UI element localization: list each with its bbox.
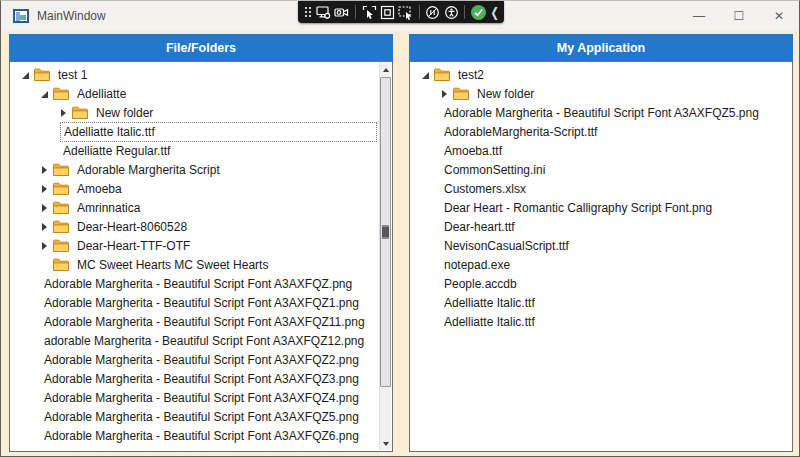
tree-item-label: Adorable Margherita - Beautiful Script F…	[41, 389, 362, 407]
tree-item-label: Dear-heart.ttf	[441, 218, 518, 236]
accessibility-circle-icon[interactable]	[442, 1, 460, 23]
my-application-panel: My Application test2New folderAdorable M…	[409, 34, 793, 452]
maximize-button[interactable]: ☐	[719, 1, 759, 31]
video-camera-icon[interactable]	[333, 1, 351, 23]
region-select-icon[interactable]	[378, 1, 396, 23]
tree-item[interactable]: MC Sweet Hearts MC Sweet Hearts	[11, 255, 377, 274]
tree-item[interactable]: Dear-Heart-TTF-OTF	[11, 236, 377, 255]
main-window: MainWindow — ☐ ✕	[0, 0, 800, 457]
tree-item[interactable]: New folder	[11, 103, 377, 122]
tree-item[interactable]: Adelliatte Regular.ttf	[11, 141, 377, 160]
tree-item[interactable]: Adorable Margherita Script	[11, 160, 377, 179]
tree-item[interactable]: Dear-heart.ttf	[411, 217, 789, 236]
tree-item[interactable]: Adelliatte Italic.ttf	[411, 293, 789, 312]
collapse-arrow-icon[interactable]	[22, 70, 34, 80]
file-folders-tree-container: test 1AdelliatteNew folderAdelliatte Ita…	[9, 61, 393, 452]
tree-item[interactable]: Adorable Margherita - Beautiful Script F…	[411, 103, 789, 122]
tree-item-label: Adorable Margherita - Beautiful Script F…	[41, 408, 362, 426]
tree-item-label: Dear-Heart-8060528	[74, 218, 190, 236]
folder-icon	[53, 258, 69, 271]
collapse-arrow-icon[interactable]	[422, 70, 434, 80]
tree-item-label: MC Sweet Hearts MC Sweet Hearts	[74, 256, 271, 274]
cursor-window-select-icon[interactable]	[360, 1, 378, 23]
scroll-up-button[interactable]	[380, 63, 391, 76]
expand-arrow-icon[interactable]	[41, 241, 53, 251]
minimize-button[interactable]: —	[679, 1, 719, 31]
tree-item-label: Adorable Margherita - Beautiful Script F…	[41, 294, 362, 312]
scroll-down-button[interactable]	[380, 437, 391, 450]
expand-arrow-icon[interactable]	[41, 203, 53, 213]
expand-arrow-icon[interactable]	[41, 184, 53, 194]
my-application-panel-title: My Application	[557, 41, 645, 55]
expand-arrow-icon[interactable]	[41, 165, 53, 175]
tree-item[interactable]: Amrinnatica	[11, 198, 377, 217]
scrollbar-track[interactable]	[380, 76, 391, 437]
folder-icon	[53, 201, 69, 214]
expand-arrow-icon[interactable]	[60, 108, 72, 118]
toolbar-separator	[355, 5, 356, 19]
my-application-panel-header: My Application	[409, 34, 793, 61]
tree-item-label: Adorable Margherita - Beautiful Script F…	[41, 427, 362, 445]
tree-item-label: Amoeba	[74, 180, 125, 198]
tree-item-label: People.accdb	[441, 275, 520, 293]
tree-item-label: Amoeba.ttf	[441, 142, 505, 160]
tree-item-label: Adorable Margherita - Beautiful Script F…	[41, 313, 368, 331]
tree-item[interactable]: CommonSetting.ini	[411, 160, 789, 179]
tree-item-label: Adelliatte Regular.ttf	[60, 142, 173, 160]
window-title: MainWindow	[37, 9, 106, 23]
tree-item[interactable]: People.accdb	[411, 274, 789, 293]
tree-item[interactable]: AdorableMargherita-Script.ttf	[411, 122, 789, 141]
tree-item[interactable]: Adorable Margherita - Beautiful Script F…	[11, 407, 377, 426]
tree-item-label: Adelliatte	[74, 85, 129, 103]
expand-arrow-icon[interactable]	[441, 89, 453, 99]
tree-item[interactable]: test2	[411, 65, 789, 84]
expand-arrow-icon[interactable]	[41, 222, 53, 232]
tree-item[interactable]: test 1	[11, 65, 377, 84]
tree-item-label: CommonSetting.ini	[441, 161, 548, 179]
tree-item-label: Dear Heart - Romantic Calligraphy Script…	[441, 199, 715, 217]
tree-item[interactable]: Adelliatte	[11, 84, 377, 103]
tree-item[interactable]: adorable Margherita - Beautiful Script F…	[11, 331, 377, 350]
tree-item[interactable]: Adorable Margherita - Beautiful Script F…	[11, 274, 377, 293]
vertical-scrollbar[interactable]	[379, 63, 391, 450]
confirm-check-icon[interactable]	[469, 1, 487, 23]
tree-item[interactable]: Adorable Margherita - Beautiful Script F…	[11, 445, 377, 450]
tree-item-label: Adorable Margherita - Beautiful Script F…	[41, 370, 362, 388]
tree-item[interactable]: Adelliatte Italic.ttf	[411, 312, 789, 331]
tree-item[interactable]: Customers.xlsx	[411, 179, 789, 198]
tree-item[interactable]: NevisonCasualScript.ttf	[411, 236, 789, 255]
close-button[interactable]: ✕	[759, 1, 799, 31]
tree-item-label: test2	[455, 66, 487, 84]
my-application-tree[interactable]: test2New folderAdorable Margherita - Bea…	[411, 63, 791, 450]
grip-handle-icon[interactable]	[303, 5, 311, 19]
folder-icon	[453, 87, 469, 100]
freeform-select-icon[interactable]	[397, 1, 415, 23]
tree-item[interactable]: Adorable Margherita - Beautiful Script F…	[11, 350, 377, 369]
collapse-arrow-icon[interactable]	[41, 89, 53, 99]
tree-item-label: Adelliatte Italic.ttf	[60, 122, 377, 142]
folder-icon	[34, 68, 50, 81]
tree-item-label: Amrinnatica	[74, 199, 143, 217]
tree-item[interactable]: Adorable Margherita - Beautiful Script F…	[11, 426, 377, 445]
tree-item-label: Adorable Margherita - Beautiful Script F…	[41, 351, 362, 369]
folder-icon	[53, 87, 69, 100]
tree-item[interactable]: Dear-Heart-8060528	[11, 217, 377, 236]
pause-circle-icon[interactable]	[424, 1, 442, 23]
file-folders-tree[interactable]: test 1AdelliatteNew folderAdelliatte Ita…	[11, 63, 379, 450]
tree-item[interactable]: Adorable Margherita - Beautiful Script F…	[11, 312, 377, 331]
tree-item[interactable]: Dear Heart - Romantic Calligraphy Script…	[411, 198, 789, 217]
tree-item[interactable]: Adorable Margherita - Beautiful Script F…	[11, 388, 377, 407]
screen-settings-icon[interactable]	[315, 1, 333, 23]
tree-item[interactable]: Adorable Margherita - Beautiful Script F…	[11, 369, 377, 388]
tree-item[interactable]: Amoeba.ttf	[411, 141, 789, 160]
tree-item[interactable]: Adorable Margherita - Beautiful Script F…	[11, 293, 377, 312]
tree-item[interactable]: Adelliatte Italic.ttf	[11, 122, 377, 141]
chevron-left-icon[interactable]: ❮	[491, 5, 499, 19]
tree-item[interactable]: notepad.exe	[411, 255, 789, 274]
folder-icon	[53, 220, 69, 233]
capture-toolbar[interactable]: ❮	[298, 1, 504, 23]
tree-item[interactable]: Amoeba	[11, 179, 377, 198]
file-folders-panel-title: File/Folders	[166, 41, 236, 55]
scrollbar-thumb[interactable]	[380, 77, 391, 387]
tree-item[interactable]: New folder	[411, 84, 789, 103]
